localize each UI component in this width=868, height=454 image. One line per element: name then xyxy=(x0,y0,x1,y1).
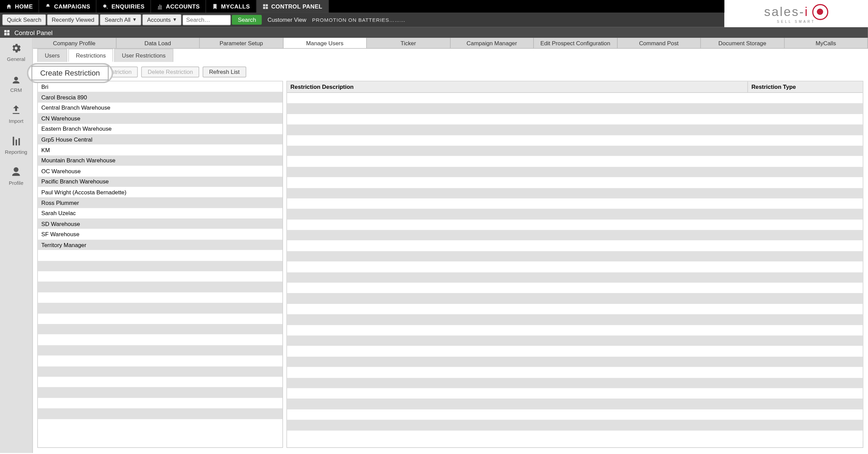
nav-item-control-panel[interactable]: CONTROL PANEL xyxy=(256,0,328,13)
detail-row xyxy=(287,346,863,357)
detail-row xyxy=(287,357,863,367)
section-tab-parameter-setup[interactable]: Parameter Setup xyxy=(200,38,283,48)
sidebar-icon xyxy=(10,135,22,147)
detail-row xyxy=(287,230,863,241)
detail-row xyxy=(287,272,863,283)
detail-row xyxy=(287,135,863,146)
nav-item-campaigns[interactable]: CAMPAIGNS xyxy=(39,0,97,13)
dashboard-icon xyxy=(3,29,10,36)
search-button[interactable]: Search xyxy=(232,15,262,25)
recently-viewed-button[interactable]: Recently Viewed xyxy=(47,14,99,25)
section-tab-document-storage[interactable]: Document Storage xyxy=(701,38,784,48)
sidebar-item-general[interactable]: General xyxy=(7,43,25,62)
logo-circle-icon xyxy=(812,4,828,20)
sidebar-item-reporting[interactable]: Reporting xyxy=(5,135,27,155)
section-tab-edit-prospect-configuration[interactable]: Edit Prospect Configuration xyxy=(534,38,617,48)
restriction-row xyxy=(38,313,282,324)
sidebar-item-crm[interactable]: CRM xyxy=(10,74,22,93)
restriction-description-header: Restriction Description xyxy=(291,84,747,90)
inner-tab-users[interactable]: Users xyxy=(37,49,67,62)
restriction-row[interactable]: Grp5 House Central xyxy=(38,134,282,145)
quick-search-button[interactable]: Quick Search xyxy=(2,14,46,25)
detail-row xyxy=(287,167,863,177)
inner-tab-user-restrictions[interactable]: User Restrictions xyxy=(114,49,173,62)
search-input[interactable] xyxy=(183,15,231,25)
restriction-row xyxy=(38,324,282,335)
nav-icon xyxy=(157,3,163,10)
nav-icon xyxy=(102,3,109,10)
restriction-row[interactable]: Ross Plummer xyxy=(38,197,282,208)
sidebar-label: General xyxy=(7,56,25,62)
nav-icon xyxy=(212,3,218,10)
restriction-row[interactable]: Central Branch Warehouse xyxy=(38,102,282,113)
search-scope-dropdown[interactable]: Search All▼ xyxy=(100,14,141,25)
inner-tabs: UsersRestrictionsUser Restrictions xyxy=(37,49,864,62)
section-tab-command-post[interactable]: Command Post xyxy=(617,38,701,48)
restriction-row xyxy=(38,387,282,398)
restriction-row[interactable]: Pacific Branch Warehouse xyxy=(38,176,282,187)
detail-row xyxy=(287,325,863,336)
sidebar-item-import[interactable]: Import xyxy=(9,104,24,124)
section-tab-ticker[interactable]: Ticker xyxy=(367,38,450,48)
accounts-dropdown[interactable]: Accounts▼ xyxy=(142,14,182,25)
restriction-row xyxy=(38,408,282,419)
restriction-row[interactable]: KM xyxy=(38,145,282,155)
nav-item-accounts[interactable]: ACCOUNTS xyxy=(151,0,206,13)
section-tabs: Company ProfileData LoadParameter SetupM… xyxy=(0,38,868,49)
restriction-row[interactable]: Mountain Branch Warehouse xyxy=(38,155,282,166)
delete-restriction-button[interactable]: Delete Restriction xyxy=(141,66,199,77)
restriction-row[interactable]: Sarah Uzelac xyxy=(38,208,282,218)
detail-row xyxy=(287,156,863,167)
detail-row xyxy=(287,304,863,314)
restriction-row[interactable]: Carol Brescia 890 xyxy=(38,92,282,102)
detail-row xyxy=(287,293,863,304)
detail-row xyxy=(287,399,863,409)
restriction-row[interactable]: Eastern Branch Warehouse xyxy=(38,124,282,134)
restriction-row[interactable]: OC Warehouse xyxy=(38,166,282,176)
inner-tab-restrictions[interactable]: Restrictions xyxy=(68,49,113,62)
restriction-row xyxy=(38,377,282,387)
restriction-row[interactable]: Territory Manager xyxy=(38,240,282,250)
section-tab-campaign-manager[interactable]: Campaign Manager xyxy=(450,38,534,48)
restriction-row xyxy=(38,345,282,356)
nav-label: MYCALLS xyxy=(221,3,250,10)
detail-row xyxy=(287,209,863,220)
section-tab-company-profile[interactable]: Company Profile xyxy=(33,38,116,48)
detail-row xyxy=(287,336,863,346)
restriction-row[interactable]: SF Warehouse xyxy=(38,229,282,240)
refresh-list-button[interactable]: Refresh List xyxy=(203,66,246,77)
restrictions-list-panel: Restriction Name BriCarol Brescia 890Cen… xyxy=(37,81,283,448)
customer-view-link[interactable]: Customer View xyxy=(267,17,306,23)
section-tab-data-load[interactable]: Data Load xyxy=(116,38,200,48)
restriction-row[interactable]: SD Warehouse xyxy=(38,218,282,229)
restriction-row xyxy=(38,366,282,377)
sidebar-label: Import xyxy=(9,118,24,124)
sidebar-label: CRM xyxy=(10,87,22,93)
detail-row xyxy=(287,251,863,262)
restriction-row xyxy=(38,271,282,282)
detail-row xyxy=(287,378,863,388)
accounts-label: Accounts xyxy=(147,17,171,23)
nav-item-mycalls[interactable]: MYCALLS xyxy=(206,0,256,13)
sidebar-item-profile[interactable]: Profile xyxy=(9,166,24,186)
restriction-row[interactable]: CN Warehouse xyxy=(38,113,282,124)
detail-row xyxy=(287,198,863,209)
restriction-row xyxy=(38,250,282,261)
section-tab-manage-users[interactable]: Manage Users xyxy=(283,38,367,48)
sidebar-label: Reporting xyxy=(5,149,27,155)
restriction-row xyxy=(38,282,282,292)
nav-label: ENQUIRIES xyxy=(111,3,144,10)
restriction-row xyxy=(38,335,282,345)
nav-item-enquiries[interactable]: ENQUIRIES xyxy=(97,0,151,13)
search-bar: Quick Search Recently Viewed Search All▼… xyxy=(0,13,724,27)
nav-label: CAMPAIGNS xyxy=(54,3,90,10)
nav-item-home[interactable]: HOME xyxy=(0,0,39,13)
create-restriction-button[interactable]: Create Restriction xyxy=(32,66,109,80)
restriction-row[interactable]: Paul Wright (Accosta Bernadette) xyxy=(38,187,282,197)
detail-row xyxy=(287,431,863,441)
page-title-bar: Control Panel xyxy=(0,27,868,38)
left-sidebar: GeneralCRMImportReportingProfile xyxy=(0,38,33,453)
chevron-down-icon: ▼ xyxy=(132,17,137,22)
section-tab-mycalls[interactable]: MyCalls xyxy=(785,38,868,48)
brand-accent: i xyxy=(805,4,809,19)
